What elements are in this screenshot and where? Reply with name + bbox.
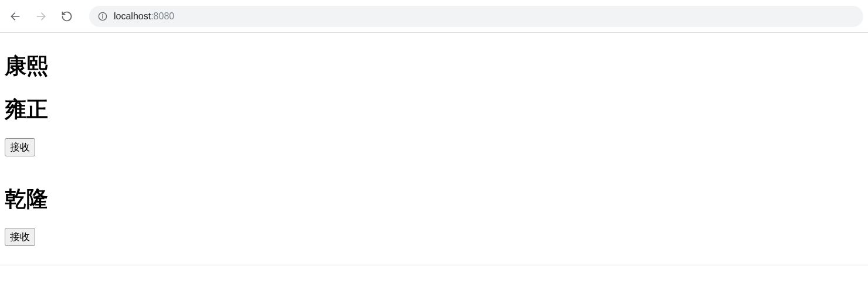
arrow-left-icon (9, 11, 21, 22)
heading-2: 雍正 (5, 95, 863, 124)
reload-button[interactable] (56, 6, 77, 27)
heading-3: 乾隆 (5, 185, 863, 214)
accept-button-1[interactable]: 接收 (5, 138, 35, 156)
info-icon (97, 11, 108, 22)
page-content: 康熙 雍正 接收 乾隆 接收 (0, 33, 868, 265)
url-host: localhost (114, 11, 151, 21)
arrow-right-icon (35, 11, 47, 22)
reload-icon (61, 11, 73, 22)
forward-button[interactable] (30, 6, 52, 27)
url-port: :8080 (151, 11, 174, 21)
address-bar[interactable]: localhost:8080 (89, 6, 863, 27)
back-button[interactable] (5, 6, 26, 27)
browser-toolbar: localhost:8080 (0, 0, 868, 33)
accept-button-2[interactable]: 接收 (5, 228, 35, 246)
heading-1: 康熙 (5, 52, 863, 81)
url-text: localhost:8080 (114, 11, 174, 22)
svg-point-4 (103, 14, 103, 15)
